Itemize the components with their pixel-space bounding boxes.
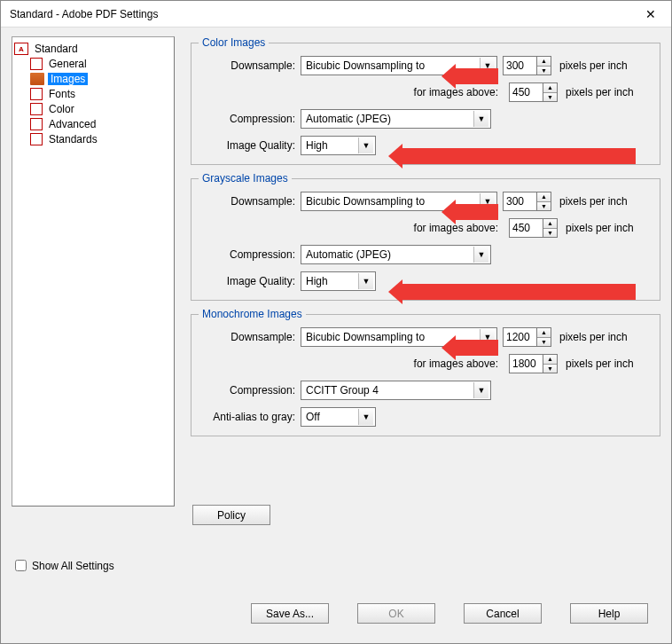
spinner-buttons[interactable]: ▲▼ xyxy=(543,354,558,373)
select-value: Bicubic Downsampling to xyxy=(306,331,425,343)
label-downsample: Downsample: xyxy=(199,195,301,208)
gray-above-spinner[interactable]: ▲▼ xyxy=(509,218,559,238)
mono-antialias-select[interactable]: Off ▼ xyxy=(301,407,376,427)
select-value: CCITT Group 4 xyxy=(306,384,379,397)
spinner-buttons[interactable]: ▲▼ xyxy=(543,82,558,102)
settings-tree[interactable]: A Standard General Images Fonts Color xyxy=(12,36,175,507)
label-compression: Compression: xyxy=(199,384,301,397)
page-icon xyxy=(30,58,43,70)
select-value: Automatic (JPEG) xyxy=(306,113,391,125)
tree-item-label: Standards xyxy=(46,133,100,145)
gray-quality-select[interactable]: High ▼ xyxy=(301,271,376,291)
page-icon xyxy=(30,133,43,145)
label-ppi: pixels per inch xyxy=(559,331,628,343)
label-compression: Compression: xyxy=(199,248,301,261)
group-legend: Grayscale Images xyxy=(199,172,292,185)
select-value: High xyxy=(306,139,328,152)
policy-button[interactable]: Policy xyxy=(192,505,270,525)
color-quality-select[interactable]: High ▼ xyxy=(301,136,376,155)
chevron-down-icon: ▼ xyxy=(358,273,373,289)
label-ppi: pixels per inch xyxy=(566,357,634,370)
gray-downsample-value[interactable] xyxy=(503,192,536,211)
label-antialias: Anti-alias to gray: xyxy=(199,411,301,423)
page-icon xyxy=(30,88,43,100)
doc-icon: A xyxy=(14,43,28,55)
label-quality: Image Quality: xyxy=(199,139,301,152)
select-value: Automatic (JPEG) xyxy=(306,248,391,261)
group-color-images: Color Images Downsample: Bicubic Downsam… xyxy=(191,36,660,165)
tree-root-standard[interactable]: A Standard xyxy=(14,42,172,56)
tree-item-advanced[interactable]: Advanced xyxy=(14,117,172,131)
page-icon xyxy=(30,118,43,130)
select-value: Bicubic Downsampling to xyxy=(306,59,425,72)
mono-above-spinner[interactable]: ▲▼ xyxy=(509,354,559,373)
help-button[interactable]: Help xyxy=(570,603,648,624)
mono-compression-select[interactable]: CCITT Group 4 ▼ xyxy=(301,381,491,400)
tree-item-label: Advanced xyxy=(46,118,98,130)
spinner-buttons[interactable]: ▲▼ xyxy=(536,192,551,211)
show-all-settings-label: Show All Settings xyxy=(32,560,114,572)
color-downsample-spinner[interactable]: ▲▼ xyxy=(503,56,552,75)
tree-item-general[interactable]: General xyxy=(14,57,172,71)
gray-above-value[interactable] xyxy=(509,218,543,238)
label-quality: Image Quality: xyxy=(199,275,301,287)
annotation-arrow-icon xyxy=(401,148,636,164)
tree-item-label: Images xyxy=(48,73,88,85)
tree-item-color[interactable]: Color xyxy=(14,102,172,116)
tree-item-label: Fonts xyxy=(46,88,78,100)
label-ppi: pixels per inch xyxy=(559,195,628,208)
tree-item-images[interactable]: Images xyxy=(14,72,172,86)
window-title: Standard - Adobe PDF Settings xyxy=(1,8,158,20)
gray-compression-select[interactable]: Automatic (JPEG) ▼ xyxy=(301,245,491,264)
dialog-buttons: Save As... OK Cancel Help xyxy=(251,603,648,624)
annotation-arrow-icon xyxy=(454,204,498,220)
select-value: High xyxy=(306,275,328,287)
ok-button[interactable]: OK xyxy=(357,603,435,624)
label-downsample: Downsample: xyxy=(199,331,301,343)
group-monochrome-images: Monochrome Images Downsample: Bicubic Do… xyxy=(191,308,660,436)
color-above-spinner[interactable]: ▲▼ xyxy=(509,82,559,102)
mono-downsample-spinner[interactable]: ▲▼ xyxy=(503,327,552,347)
tree-item-fonts[interactable]: Fonts xyxy=(14,87,172,101)
select-value: Bicubic Downsampling to xyxy=(306,195,425,208)
tree-item-label: Color xyxy=(46,103,77,115)
annotation-arrow-icon xyxy=(454,340,498,356)
chevron-down-icon: ▼ xyxy=(473,111,488,127)
spinner-buttons[interactable]: ▲▼ xyxy=(536,327,551,347)
close-icon[interactable]: ✕ xyxy=(630,1,671,27)
chevron-down-icon: ▼ xyxy=(358,409,373,425)
label-compression: Compression: xyxy=(199,113,301,125)
label-for-above: for images above: xyxy=(199,357,504,370)
label-ppi: pixels per inch xyxy=(566,222,634,234)
mono-above-value[interactable] xyxy=(509,354,543,373)
show-all-settings-checkbox[interactable] xyxy=(15,560,27,571)
label-for-above: for images above: xyxy=(199,86,504,98)
group-legend: Monochrome Images xyxy=(199,308,306,320)
color-above-value[interactable] xyxy=(509,82,543,102)
chevron-down-icon: ▼ xyxy=(358,137,373,153)
page-icon xyxy=(30,103,43,115)
label-ppi: pixels per inch xyxy=(559,59,628,72)
folder-open-icon xyxy=(30,73,44,85)
gray-downsample-spinner[interactable]: ▲▼ xyxy=(503,192,552,211)
label-downsample: Downsample: xyxy=(199,59,301,72)
chevron-down-icon: ▼ xyxy=(473,247,488,263)
annotation-arrow-icon xyxy=(401,284,636,300)
chevron-down-icon: ▼ xyxy=(473,382,488,398)
color-downsample-value[interactable] xyxy=(503,56,536,75)
client-area: A Standard General Images Fonts Color xyxy=(1,27,671,643)
save-as-button[interactable]: Save As... xyxy=(251,603,329,624)
spinner-buttons[interactable]: ▲▼ xyxy=(543,218,558,238)
spinner-buttons[interactable]: ▲▼ xyxy=(536,56,551,75)
tree-item-label: General xyxy=(46,58,90,70)
mono-downsample-value[interactable] xyxy=(503,327,536,347)
label-for-above: for images above: xyxy=(199,222,504,234)
tree-root-label: Standard xyxy=(32,43,81,55)
color-compression-select[interactable]: Automatic (JPEG) ▼ xyxy=(301,109,491,129)
cancel-button[interactable]: Cancel xyxy=(464,603,542,624)
select-value: Off xyxy=(306,411,320,423)
tree-item-standards[interactable]: Standards xyxy=(14,132,172,146)
group-grayscale-images: Grayscale Images Downsample: Bicubic Dow… xyxy=(191,172,660,301)
titlebar: Standard - Adobe PDF Settings ✕ xyxy=(1,1,671,27)
group-legend: Color Images xyxy=(199,36,269,49)
